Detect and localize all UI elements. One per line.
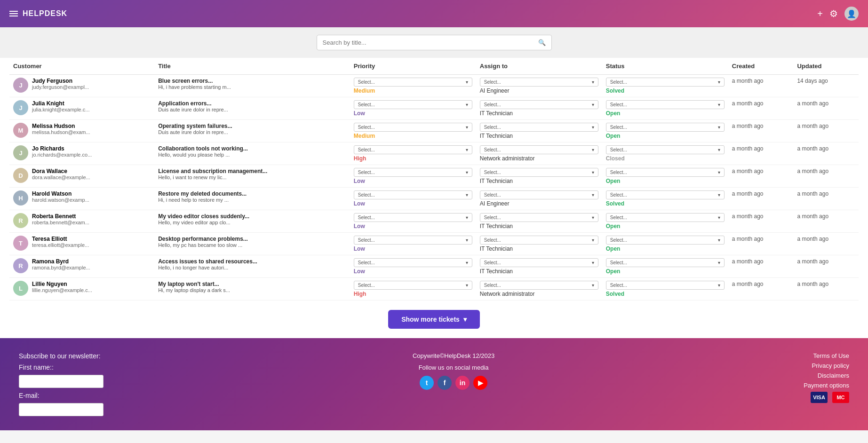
ticket-preview: Hello, i no longer have autori...: [158, 265, 346, 270]
customer-name: Melissa Hudson: [32, 123, 90, 129]
priority-select[interactable]: Select...▾: [354, 281, 472, 290]
status-select[interactable]: Select...▾: [606, 168, 725, 177]
assign-select[interactable]: Select...▾: [480, 236, 598, 245]
table-row: D Dora Wallace dora.wallace@example... L…: [9, 165, 859, 188]
footer-link[interactable]: Privacy policy: [804, 362, 849, 369]
assign-select[interactable]: Select...▾: [480, 123, 598, 132]
status-select[interactable]: Select...▾: [606, 190, 725, 199]
assign-select[interactable]: Select...▾: [480, 281, 598, 290]
customer-cell: D Dora Wallace dora.wallace@example...: [13, 168, 151, 183]
customer-cell: R Ramona Byrd ramona.byrd@example...: [13, 258, 151, 273]
updated-time: a month ago: [797, 168, 828, 174]
avatar: M: [13, 123, 28, 138]
ticket-title: Restore my deleted documents...: [158, 190, 346, 197]
customer-name: Teresa Elliott: [32, 236, 89, 242]
status-select[interactable]: Select...▾: [606, 281, 725, 290]
status-value: Solved: [606, 87, 725, 94]
assign-select[interactable]: Select...▾: [480, 213, 598, 222]
customer-email: julia.knight@example.c...: [32, 107, 89, 112]
updated-time: a month ago: [797, 145, 828, 152]
status-value: Closed: [606, 155, 725, 162]
status-select[interactable]: Select...▾: [606, 100, 725, 109]
created-time: a month ago: [732, 78, 764, 84]
avatar: T: [13, 236, 28, 251]
twitter-social-icon[interactable]: t: [420, 376, 434, 390]
updated-time: a month ago: [797, 236, 828, 242]
created-time: a month ago: [732, 168, 764, 174]
status-select[interactable]: Select...▾: [606, 145, 725, 154]
customer-name: Harold Watson: [32, 190, 89, 197]
priority-select[interactable]: Select...▾: [354, 190, 472, 199]
customer-email: melissa.hudson@exam...: [32, 129, 90, 135]
youtube-social-icon[interactable]: ▶: [473, 376, 487, 390]
footer-link[interactable]: Terms of Use: [804, 352, 849, 359]
customer-name: Jo Richards: [32, 145, 92, 152]
updated-time: a month ago: [797, 123, 828, 129]
ticket-title: My laptop won't start...: [158, 281, 346, 287]
ticket-preview: Hello, would you please help ...: [158, 152, 346, 158]
priority-select[interactable]: Select...▾: [354, 145, 472, 154]
show-more-button[interactable]: Show more tickets ▾: [388, 310, 480, 329]
status-value: Open: [606, 110, 725, 117]
table-row: T Teresa Elliott teresa.elliott@example.…: [9, 233, 859, 255]
add-icon[interactable]: +: [817, 8, 823, 19]
search-bar: 🔍: [317, 35, 552, 50]
priority-select[interactable]: Select...▾: [354, 236, 472, 245]
avatar: L: [13, 281, 28, 296]
assign-select[interactable]: Select...▾: [480, 168, 598, 177]
hamburger-menu-icon[interactable]: [9, 11, 18, 16]
status-value: Solved: [606, 291, 725, 297]
customer-email: dora.wallace@example...: [32, 174, 90, 180]
footer-link[interactable]: Disclaimers: [804, 372, 849, 379]
user-avatar-icon[interactable]: 👤: [844, 7, 859, 21]
search-input[interactable]: [323, 39, 534, 46]
email-input[interactable]: [19, 403, 104, 416]
status-select[interactable]: Select...▾: [606, 213, 725, 222]
customer-cell: T Teresa Elliott teresa.elliott@example.…: [13, 236, 151, 251]
assign-select[interactable]: Select...▾: [480, 258, 598, 267]
ticket-title: Blue screen errors...: [158, 78, 346, 84]
footer-link[interactable]: Payment options: [804, 382, 849, 389]
status-value: Open: [606, 245, 725, 252]
priority-select[interactable]: Select...▾: [354, 78, 472, 87]
first-name-input[interactable]: [19, 375, 104, 388]
instagram-social-icon[interactable]: in: [455, 376, 470, 390]
ticket-preview: Duis aute irure dolor in repre...: [158, 107, 346, 112]
ticket-title: Operating system failures...: [158, 123, 346, 129]
assign-select[interactable]: Select...▾: [480, 100, 598, 109]
assign-select[interactable]: Select...▾: [480, 78, 598, 87]
priority-select[interactable]: Select...▾: [354, 168, 472, 177]
search-icon: 🔍: [538, 39, 546, 46]
status-value: Open: [606, 268, 725, 275]
facebook-social-icon[interactable]: f: [438, 376, 452, 390]
customer-email: ramona.byrd@example...: [32, 265, 90, 270]
col-assign: Assign to: [476, 58, 602, 75]
priority-select[interactable]: Select...▾: [354, 100, 472, 109]
col-status: Status: [602, 58, 728, 75]
ticket-title: Collaboration tools not working...: [158, 145, 346, 152]
assign-value: IT Technician: [480, 110, 598, 117]
search-container: 🔍: [0, 27, 868, 58]
priority-select[interactable]: Select...▾: [354, 123, 472, 132]
status-select[interactable]: Select...▾: [606, 236, 725, 245]
status-select[interactable]: Select...▾: [606, 78, 725, 87]
assign-select[interactable]: Select...▾: [480, 190, 598, 199]
priority-select[interactable]: Select...▾: [354, 258, 472, 267]
status-select[interactable]: Select...▾: [606, 258, 725, 267]
ticket-preview: Hello, i want to renew my lic...: [158, 174, 346, 180]
table-row: M Melissa Hudson melissa.hudson@exam... …: [9, 120, 859, 142]
status-select[interactable]: Select...▾: [606, 123, 725, 132]
table-row: L Lillie Nguyen lillie.nguyen@example.c.…: [9, 278, 859, 301]
updated-time: a month ago: [797, 190, 828, 197]
priority-value: Low: [354, 268, 472, 275]
customer-email: jo.richards@example.co...: [32, 152, 92, 158]
assign-value: IT Technician: [480, 268, 598, 275]
settings-icon[interactable]: ⚙: [829, 8, 838, 19]
payment-icons: VISAMC: [811, 392, 849, 403]
created-time: a month ago: [732, 213, 764, 220]
priority-select[interactable]: Select...▾: [354, 213, 472, 222]
assign-select[interactable]: Select...▾: [480, 145, 598, 154]
follow-text: Follow us on social media: [419, 364, 489, 371]
assign-value: IT Technician: [480, 223, 598, 229]
col-created: Created: [728, 58, 794, 75]
